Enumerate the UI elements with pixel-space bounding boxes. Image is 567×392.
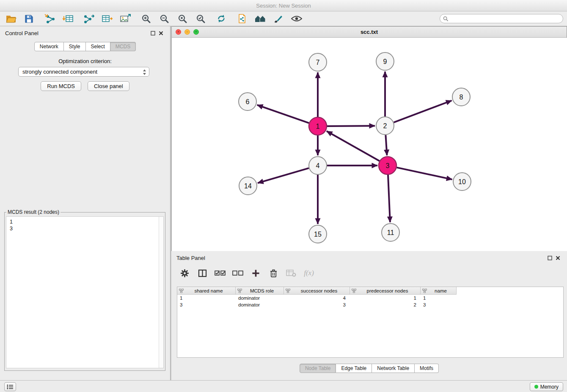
tab-network[interactable]: Network [34, 42, 64, 51]
criterion-select[interactable]: strongly connected component [18, 67, 149, 77]
graph-node-15[interactable]: 15 [309, 225, 327, 243]
tab-edge-table[interactable]: Edge Table [336, 364, 372, 373]
tab-node-table[interactable]: Node Table [300, 364, 336, 373]
graph-edge-3-11[interactable] [388, 175, 390, 222]
optimization-criterion-label: Optimization criterion: [0, 58, 170, 64]
toolbar-search[interactable] [440, 14, 563, 23]
copy-network-button[interactable] [234, 12, 249, 25]
graph-edge-1-6[interactable] [257, 105, 309, 123]
show-details-button[interactable] [289, 12, 304, 25]
export-network-button[interactable] [81, 12, 96, 25]
column-header-successor-nodes[interactable]: successor nodes [284, 287, 350, 295]
zoom-selected-button[interactable] [193, 12, 208, 25]
float-panel-icon[interactable] [151, 31, 155, 36]
tab-style[interactable]: Style [64, 42, 86, 51]
column-header-mcds-role[interactable]: MCDS role [236, 287, 284, 295]
control-panel: Control Panel Network Style Select MCDS … [0, 26, 171, 380]
graph-node-4[interactable]: 4 [309, 157, 327, 174]
float-table-panel-icon[interactable] [548, 256, 552, 260]
minimize-window-button[interactable]: − [184, 29, 190, 35]
graph-node-10[interactable]: 10 [453, 173, 471, 190]
show-columns-button[interactable] [197, 268, 208, 279]
import-network-icon [44, 14, 55, 24]
graph-edge-2-8[interactable] [394, 101, 452, 123]
zoom-in-button[interactable] [138, 12, 153, 25]
delete-column-button[interactable] [268, 268, 279, 279]
table-toolbar: f(x) [179, 265, 314, 282]
mcds-result-box[interactable]: 1 3 [6, 216, 164, 368]
graph-edge-4-14[interactable] [258, 168, 309, 183]
result-scrollbar[interactable] [159, 217, 163, 368]
export-table-button[interactable] [99, 12, 114, 25]
zoom-out-button[interactable] [157, 12, 171, 25]
table-panel-tabs: Node Table Edge Table Network Table Moti… [300, 364, 439, 373]
graph-node-1[interactable]: 1 [309, 117, 327, 135]
graph-node-6[interactable]: 6 [239, 93, 256, 110]
style-brush-icon [273, 14, 284, 24]
close-window-button[interactable]: × [176, 29, 181, 35]
memory-button[interactable]: Memory [530, 382, 563, 391]
export-image-button[interactable] [118, 12, 132, 25]
table-cell: 3 [177, 302, 236, 307]
graph-edge-3-1[interactable] [327, 131, 380, 161]
maximize-window-button[interactable]: + [193, 29, 199, 35]
add-column-button[interactable] [250, 268, 261, 279]
function-builder-button[interactable]: f(x) [303, 268, 314, 279]
tab-motifs[interactable]: Motifs [415, 364, 439, 373]
home-layout-button[interactable] [253, 12, 267, 25]
checked-boxes-icon [215, 270, 226, 276]
table-row[interactable]: 1dominator411 [177, 295, 563, 301]
open-session-button[interactable] [3, 12, 18, 25]
graph-node-9[interactable]: 9 [376, 52, 394, 70]
run-mcds-button[interactable]: Run MCDS [41, 81, 81, 91]
import-network-button[interactable] [42, 12, 57, 25]
network-window-titlebar[interactable]: × − + scc.txt [172, 27, 567, 38]
svg-text:15: 15 [314, 231, 322, 238]
graph-node-8[interactable]: 8 [452, 88, 470, 106]
tab-mcds[interactable]: MCDS [110, 42, 136, 51]
graph-node-14[interactable]: 14 [239, 177, 257, 195]
graph-node-3[interactable]: 3 [379, 157, 396, 174]
deselect-all-button[interactable] [232, 268, 243, 279]
delete-table-button[interactable] [286, 268, 297, 279]
table-row[interactable]: 3dominator323 [177, 301, 563, 308]
column-sort-icon [286, 289, 290, 293]
graph-node-11[interactable]: 11 [382, 224, 399, 241]
refresh-icon [216, 14, 226, 24]
show-panels-button[interactable] [4, 382, 16, 391]
graph-node-2[interactable]: 2 [376, 117, 394, 135]
select-all-button[interactable] [215, 268, 226, 279]
column-sort-icon [422, 289, 427, 293]
plus-icon [252, 269, 260, 277]
svg-text:6: 6 [246, 98, 250, 105]
graph-edge-3-10[interactable] [397, 168, 452, 179]
import-table-icon [63, 14, 74, 24]
tab-select[interactable]: Select [86, 42, 110, 51]
graph-node-7[interactable]: 7 [309, 53, 327, 71]
zoom-in-icon [141, 14, 151, 24]
import-table-button[interactable] [61, 12, 75, 25]
column-header-shared-name[interactable]: shared name [177, 287, 236, 295]
zoom-out-icon [159, 14, 169, 24]
zoom-fit-button[interactable] [175, 12, 190, 25]
close-panel-icon[interactable] [159, 31, 163, 36]
tab-network-table[interactable]: Network Table [372, 364, 415, 373]
column-header-name[interactable]: name [421, 287, 457, 295]
table-settings-button[interactable] [179, 268, 190, 279]
table-header-row: shared nameMCDS rolesuccessor nodesprede… [177, 287, 563, 295]
column-header-predecessor-nodes[interactable]: predecessor nodes [350, 287, 421, 295]
close-table-panel-icon[interactable] [556, 256, 560, 260]
table-cell: 1 [177, 295, 236, 301]
refresh-view-button[interactable] [214, 12, 228, 25]
save-session-button[interactable] [22, 12, 36, 25]
graph-edge-2-3[interactable] [385, 135, 387, 155]
graph-edge-1-2[interactable] [327, 126, 375, 126]
search-input[interactable] [449, 16, 563, 22]
style-brush-button[interactable] [271, 12, 286, 25]
save-icon [24, 14, 34, 24]
zoom-selected-icon [195, 14, 206, 24]
network-canvas[interactable]: 7968124314101511 [172, 38, 567, 251]
table-cell: dominator [236, 302, 284, 307]
close-panel-button[interactable]: Close panel [88, 81, 129, 91]
select-stepper-icon [143, 69, 146, 77]
